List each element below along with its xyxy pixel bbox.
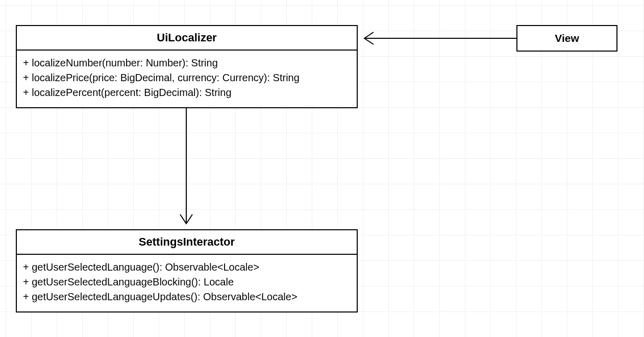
method-line: + getUserSelectedLanguageUpdates(): Obse…: [23, 290, 351, 304]
method-line: + localizePercent(percent: BigDecimal): …: [23, 85, 351, 100]
class-uilocalizer: UiLocalizer + localizeNumber(number: Num…: [16, 25, 358, 108]
method-line: + getUserSelectedLanguageBlocking(): Loc…: [23, 275, 351, 290]
class-body-uilocalizer: + localizeNumber(number: Number): String…: [17, 51, 357, 107]
method-line: + getUserSelectedLanguage(): Observable<…: [23, 260, 351, 275]
class-view: View: [516, 25, 617, 52]
class-settingsinteractor: SettingsInteractor + getUserSelectedLang…: [16, 229, 358, 312]
method-line: + localizePrice(price: BigDecimal, curre…: [23, 70, 351, 85]
class-title-settingsinteractor: SettingsInteractor: [17, 230, 357, 255]
class-title-uilocalizer: UiLocalizer: [17, 26, 357, 51]
class-body-settingsinteractor: + getUserSelectedLanguage(): Observable<…: [17, 255, 357, 311]
class-title-view: View: [517, 26, 616, 51]
method-line: + localizeNumber(number: Number): String: [23, 56, 351, 70]
